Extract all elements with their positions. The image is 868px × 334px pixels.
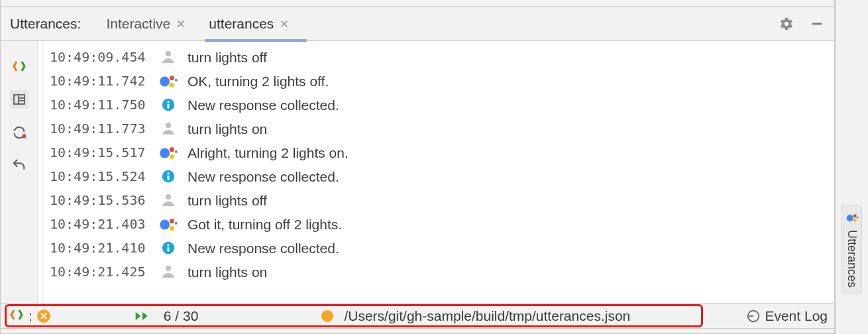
assistant-icon xyxy=(845,211,859,225)
status-dot-icon xyxy=(321,310,333,322)
log-message: Alright, turning 2 lights on. xyxy=(188,146,349,160)
toggle-view-icon[interactable] xyxy=(10,57,28,76)
bottom-spacer xyxy=(1,328,834,333)
rail-utterances-button[interactable]: Utterances xyxy=(841,205,862,294)
log-message: turn lights off xyxy=(188,194,267,207)
layout-icon[interactable] xyxy=(10,90,28,109)
main-panel: Utterances: Interactive utterances xyxy=(0,0,835,334)
timestamp: 10:49:11.773 xyxy=(50,122,149,135)
assistant-icon xyxy=(158,142,178,162)
assistant-icon xyxy=(158,214,178,234)
app-root: Utterances: Interactive utterances xyxy=(0,0,868,334)
timestamp: 10:49:11.742 xyxy=(50,74,149,87)
user-icon xyxy=(158,49,178,65)
rerun-icon[interactable] xyxy=(10,123,28,142)
info-icon xyxy=(158,241,178,255)
timestamp: 10:49:11.750 xyxy=(50,98,149,111)
log-row: 10:49:15.536turn lights off xyxy=(50,188,834,212)
code-icon[interactable] xyxy=(10,308,23,324)
status-left: : xyxy=(10,308,51,324)
tab-label: utterances xyxy=(209,16,274,32)
status-separator: : xyxy=(28,308,32,324)
timestamp: 10:49:15.524 xyxy=(50,170,149,183)
status-bar: : 6 / 30 /Users/git/gh-sample/build/tmp/… xyxy=(1,303,834,328)
info-icon xyxy=(158,169,178,184)
timestamp: 10:49:21.403 xyxy=(50,217,149,231)
user-icon xyxy=(158,121,178,137)
svg-point-8 xyxy=(846,215,853,221)
tab-interactive[interactable]: Interactive xyxy=(102,7,190,41)
top-spacer xyxy=(1,0,834,7)
play-icon[interactable] xyxy=(135,310,150,322)
log-message: OK, turning 2 lights off. xyxy=(188,74,329,88)
log-row: 10:49:21.403Got it, turning off 2 lights… xyxy=(50,212,834,236)
gear-icon[interactable] xyxy=(779,16,794,32)
user-icon xyxy=(158,192,178,208)
clear-icon[interactable] xyxy=(36,309,51,323)
minimize-icon[interactable] xyxy=(809,16,825,32)
timestamp: 10:49:15.536 xyxy=(50,194,149,207)
event-log-button[interactable]: Event Log xyxy=(746,308,828,324)
assistant-icon xyxy=(158,71,178,91)
log-message: New response collected. xyxy=(188,241,339,255)
tool-gutter xyxy=(1,41,38,303)
right-rail: Utterances xyxy=(835,0,868,334)
svg-point-11 xyxy=(857,217,859,219)
log-row: 10:49:21.425turn lights on xyxy=(50,260,834,284)
log-message: turn lights on xyxy=(188,122,267,136)
log-row: 10:49:21.410New response collected. xyxy=(50,236,834,260)
timestamp: 10:49:21.425 xyxy=(50,265,149,278)
undo-icon[interactable] xyxy=(10,156,28,175)
file-path: /Users/git/gh-sample/build/tmp/utterance… xyxy=(344,308,630,324)
log-row: 10:49:09.454turn lights off xyxy=(50,45,834,69)
log-message: turn lights on xyxy=(188,265,267,279)
info-icon xyxy=(158,97,178,112)
close-icon[interactable] xyxy=(176,19,186,29)
tab-utterances[interactable]: utterances xyxy=(205,7,294,41)
rail-label: Utterances xyxy=(845,230,859,288)
log-message: New response collected. xyxy=(188,170,339,184)
timestamp: 10:49:15.517 xyxy=(50,146,149,159)
log-row: 10:49:11.742OK, turning 2 lights off. xyxy=(50,69,834,93)
log-viewport[interactable]: 10:49:09.454turn lights off10:49:11.742O… xyxy=(38,41,834,303)
svg-point-10 xyxy=(853,219,856,222)
close-icon[interactable] xyxy=(279,19,290,29)
timestamp: 10:49:21.410 xyxy=(50,241,149,254)
log-row: 10:49:15.524New response collected. xyxy=(50,164,834,188)
log-row: 10:49:11.750New response collected. xyxy=(50,93,834,117)
log-row: 10:49:11.773turn lights on xyxy=(50,117,834,140)
timestamp: 10:49:09.454 xyxy=(50,50,149,64)
timeline-line xyxy=(42,41,42,303)
svg-rect-4 xyxy=(22,135,26,139)
tab-bar: Utterances: Interactive utterances xyxy=(1,7,834,41)
log-message: turn lights off xyxy=(188,50,267,64)
panel-body: 10:49:09.454turn lights off10:49:11.742O… xyxy=(1,41,834,303)
svg-point-9 xyxy=(853,214,856,217)
user-icon xyxy=(158,264,178,280)
progress-counter: 6 / 30 xyxy=(164,308,199,324)
log-message: New response collected. xyxy=(188,98,339,112)
event-log-label: Event Log xyxy=(765,308,828,324)
log-row: 10:49:15.517Alright, turning 2 lights on… xyxy=(50,140,834,164)
tab-label: Interactive xyxy=(106,16,170,32)
panel-title: Utterances: xyxy=(10,16,81,32)
log-message: Got it, turning off 2 lights. xyxy=(188,217,342,231)
